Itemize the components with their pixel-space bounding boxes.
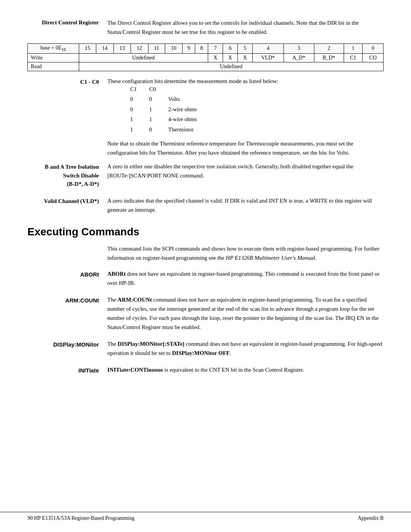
- table-col-9: 9: [182, 44, 195, 54]
- b-and-a-section: B and A Tree IsolationSwitch Disable(B-D…: [27, 162, 384, 189]
- initiate-text: is equivalent to the CNT EN bit in the S…: [163, 367, 304, 373]
- intro-text-end: .: [315, 255, 317, 261]
- b-and-a-content: A zero in either one disables the respec…: [107, 162, 384, 189]
- table-col-1: 1: [344, 44, 362, 54]
- row-write-x2: X: [223, 53, 237, 62]
- row-write-x1: X: [208, 53, 223, 62]
- initiate-label: INITiate: [27, 365, 107, 375]
- table-col-6: 6: [223, 44, 237, 54]
- table-col-5: 5: [237, 44, 252, 54]
- row-write-undefined: Undefined: [79, 53, 208, 62]
- row-read-label: Read: [28, 62, 79, 71]
- intro-italic: HP E1326B Multimeter User's Manual: [226, 255, 315, 261]
- table-col-2: 2: [314, 44, 344, 54]
- display-bold2: DISPlay:MONitor OFF: [172, 350, 230, 356]
- abort-content: ABORt does not have an equivalent in reg…: [107, 269, 384, 288]
- vld-heading: Valid Channel (VLD*): [27, 196, 107, 214]
- table-col-4: 4: [252, 44, 284, 54]
- c1c0-note: Note that to obtain the Thermistor refer…: [107, 139, 384, 157]
- armcount-prefix: The: [107, 297, 118, 303]
- c1c0-row4-c0: 0: [149, 125, 168, 135]
- c1c0-row4-label: Thermistor: [168, 125, 237, 135]
- c1c0-row3-label: 4-wire ohms: [168, 115, 237, 125]
- display-prefix: The: [107, 341, 118, 347]
- armcount-label: ARM:COUNt: [27, 295, 107, 332]
- register-table: base + 0E16 15 14 13 12 11 10 9 8 7 6 5 …: [27, 43, 384, 71]
- initiate-bold: INITiate:CONTinuous: [107, 367, 163, 373]
- footer-right: Appendix B: [358, 515, 384, 521]
- c1c0-row3-c1: 1: [130, 115, 149, 125]
- display-monitor-content: The DISPlay:MONitor[:STATe] command does…: [107, 339, 384, 358]
- table-col-address: base + 0E16: [28, 44, 79, 54]
- table-col-10: 10: [165, 44, 182, 54]
- armcount-block: ARM:COUNt The ARM:COUNt command does not…: [27, 295, 384, 332]
- table-col-7: 7: [208, 44, 223, 54]
- direct-control-section: Direct Control Register The Direct Contr…: [27, 18, 384, 37]
- abort-text: does not have an equivalent in register-…: [107, 271, 379, 286]
- page-footer: 90 HP E1351A/53A Register-Based Programm…: [0, 512, 411, 521]
- c1c0-col-c0: C0: [149, 85, 168, 94]
- c1c0-heading: C1 - C0: [27, 78, 107, 158]
- table-col-3: 3: [284, 44, 314, 54]
- row-write-label: Write: [28, 53, 79, 62]
- table-col-15: 15: [79, 44, 96, 54]
- c1c0-row1-c0: 0: [149, 94, 168, 104]
- section-description: The Direct Control Register allows you t…: [107, 18, 384, 37]
- display-monitor-block: DISPlay:MONitor The DISPlay:MONitor[:STA…: [27, 339, 384, 358]
- c1c0-row2-c1: 0: [130, 105, 149, 115]
- executing-commands-heading: Executing Commands: [27, 226, 384, 238]
- row-write-bd: B_D*: [314, 53, 344, 62]
- c1c0-row2-c0: 1: [149, 105, 168, 115]
- c1c0-table: C1 C0 0 0 Volts 0 1 2-wire ohms 1 1 4-wi…: [130, 85, 384, 135]
- c1c0-section: C1 - C0 These configuration bits determi…: [27, 78, 384, 158]
- c1c0-row3-c0: 1: [149, 115, 168, 125]
- initiate-content: INITiate:CONTinuous is equivalent to the…: [107, 365, 384, 375]
- table-col-12: 12: [131, 44, 148, 54]
- c1c0-content: These configuration bits determine the m…: [107, 78, 384, 158]
- display-monitor-label: DISPlay:MONitor: [27, 339, 107, 358]
- c1c0-col-c1: C1: [130, 85, 149, 94]
- section-title: Direct Control Register: [27, 18, 107, 37]
- row-write-ad: A_D*: [284, 53, 314, 62]
- display-bold: DISPlay:MONitor[:STATe]: [118, 341, 185, 347]
- abort-block: ABORt ABORt does not have an equivalent …: [27, 269, 384, 288]
- row-write-vld: VLD*: [252, 53, 284, 62]
- table-col-11: 11: [148, 44, 165, 54]
- table-col-13: 13: [113, 44, 131, 54]
- footer-left: 90 HP E1351A/53A Register-Based Programm…: [27, 515, 135, 521]
- table-col-14: 14: [96, 44, 113, 54]
- c1c0-row1-c1: 0: [130, 94, 149, 104]
- display-text2: .: [230, 350, 231, 356]
- vld-section: Valid Channel (VLD*) A zero indicates th…: [27, 196, 384, 214]
- vld-content: A zero indicates that the specified chan…: [107, 196, 384, 214]
- c1c0-row4-c1: 1: [130, 125, 149, 135]
- c1c0-row2-label: 2-wire ohms: [168, 105, 237, 115]
- table-col-0: 0: [363, 44, 384, 54]
- armcount-bold: ARM:COUNt: [118, 297, 152, 303]
- b-and-a-heading: B and A Tree IsolationSwitch Disable(B-D…: [27, 162, 107, 189]
- row-write-x3: X: [237, 53, 252, 62]
- armcount-content: The ARM:COUNt command does not have an e…: [107, 295, 384, 332]
- initiate-block: INITiate INITiate:CONTinuous is equivale…: [27, 365, 384, 375]
- table-row-read: Read Undefined: [28, 62, 384, 71]
- row-write-c1: C1: [344, 53, 362, 62]
- table-row-write: Write Undefined X X X VLD* A_D* B_D* C1 …: [28, 53, 384, 62]
- row-read-undefined: Undefined: [79, 62, 383, 71]
- c1c0-row1-label: Volts: [168, 94, 237, 104]
- table-col-8: 8: [195, 44, 208, 54]
- abort-bold: ABORt: [107, 271, 126, 277]
- executing-commands-intro: This command lists the SCPI commands and…: [27, 244, 384, 262]
- abort-label: ABORt: [27, 269, 107, 288]
- c1c0-intro: These configuration bits determine the m…: [107, 78, 384, 85]
- row-write-c0: CO: [363, 53, 384, 62]
